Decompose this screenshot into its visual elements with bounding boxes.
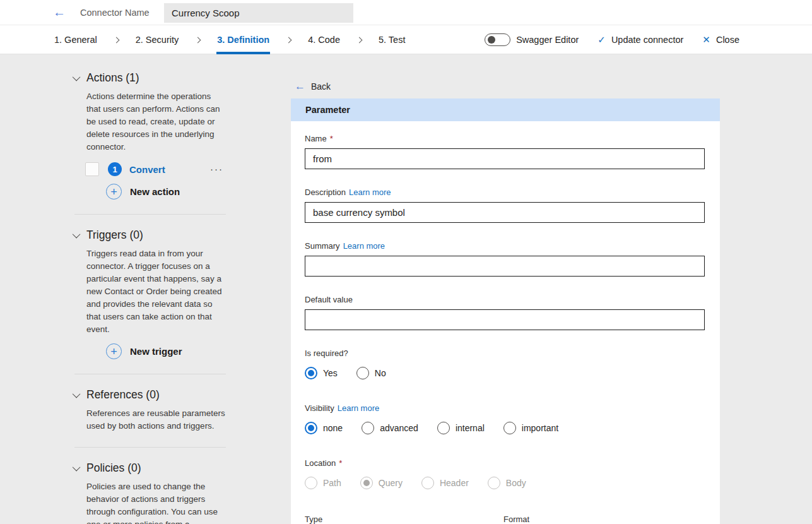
type-label: Type xyxy=(305,515,322,524)
visibility-option-none[interactable]: none xyxy=(305,422,343,434)
location-option-path: Path xyxy=(305,477,341,489)
default-value-label: Default value xyxy=(305,295,353,304)
chevron-down-icon xyxy=(73,230,81,239)
location-path-label: Path xyxy=(323,478,341,488)
plus-icon: + xyxy=(106,184,122,199)
new-action-button[interactable]: + New action xyxy=(106,184,226,199)
description-field-group: Description Learn more xyxy=(305,188,705,223)
radio-disabled-icon xyxy=(488,477,500,489)
tab-code[interactable]: 4. Code xyxy=(307,25,341,54)
summary-learn-more-link[interactable]: Learn more xyxy=(343,241,385,251)
back-icon: ← xyxy=(295,80,305,93)
new-trigger-label: New trigger xyxy=(130,346,182,357)
new-trigger-button[interactable]: + New trigger xyxy=(106,343,226,359)
summary-label: Summary xyxy=(305,241,340,251)
new-action-label: New action xyxy=(130,186,180,197)
back-label: Back xyxy=(311,81,331,92)
location-option-query: Query xyxy=(360,477,403,489)
location-group: Location * Path Query Header Bo xyxy=(305,458,705,489)
policies-section-header[interactable]: Policies (0) xyxy=(74,461,226,475)
references-section-title: References (0) xyxy=(86,388,160,402)
chevron-right-icon xyxy=(113,37,119,43)
chevron-right-icon xyxy=(356,37,363,43)
action-item-convert-row: 1 Convert ··· xyxy=(85,162,226,176)
actions-section-title: Actions (1) xyxy=(86,71,139,85)
swagger-editor-toggle[interactable] xyxy=(485,33,510,46)
required-asterisk: * xyxy=(339,458,342,468)
section-divider xyxy=(74,214,226,215)
tab-definition[interactable]: 3. Definition xyxy=(216,25,270,54)
location-option-body: Body xyxy=(488,477,526,489)
actions-section-header[interactable]: Actions (1) xyxy=(74,71,226,85)
section-divider xyxy=(74,374,226,374)
default-value-field-group: Default value xyxy=(305,295,705,330)
visibility-learn-more-link[interactable]: Learn more xyxy=(338,403,379,413)
is-required-option-yes[interactable]: Yes xyxy=(305,367,338,379)
parameter-panel-title: Parameter xyxy=(305,105,350,115)
action-item-convert[interactable]: Convert xyxy=(129,164,165,175)
ellipsis-menu-icon[interactable]: ··· xyxy=(210,166,223,172)
references-section-description: References are reusable parameters used … xyxy=(86,407,226,432)
close-button[interactable]: ✕ Close xyxy=(702,34,739,45)
policies-section-title: Policies (0) xyxy=(86,461,141,475)
check-icon: ✓ xyxy=(597,34,606,45)
radio-disabled-icon xyxy=(305,477,317,489)
chevron-right-icon xyxy=(286,37,292,43)
connector-name-input[interactable] xyxy=(164,3,353,23)
visibility-internal-label: internal xyxy=(456,423,485,433)
is-required-yes-label: Yes xyxy=(323,368,338,378)
description-learn-more-link[interactable]: Learn more xyxy=(349,188,391,197)
radio-icon xyxy=(437,422,450,434)
default-value-input[interactable] xyxy=(305,309,705,330)
visibility-group: Visibility Learn more none advanced inte… xyxy=(305,403,705,434)
toggle-knob-icon xyxy=(488,36,495,44)
is-required-option-no[interactable]: No xyxy=(356,367,386,379)
name-input[interactable] xyxy=(305,148,705,169)
location-option-header: Header xyxy=(421,477,469,489)
visibility-option-advanced[interactable]: advanced xyxy=(362,422,418,434)
tab-test[interactable]: 5. Test xyxy=(378,25,406,54)
required-asterisk: * xyxy=(330,134,333,143)
visibility-option-important[interactable]: important xyxy=(503,422,558,434)
location-header-label: Header xyxy=(440,478,469,488)
format-label: Format xyxy=(503,515,529,524)
tab-test-label: 5. Test xyxy=(379,35,405,45)
policies-section-description: Policies are used to change the behavior… xyxy=(86,480,226,524)
swagger-editor-label: Swagger Editor xyxy=(516,35,579,45)
tab-security-label: 2. Security xyxy=(136,35,179,45)
back-icon[interactable]: ← xyxy=(53,5,66,20)
update-connector-button[interactable]: ✓ Update connector xyxy=(597,34,683,45)
chevron-right-icon xyxy=(195,37,201,43)
location-body-label: Body xyxy=(506,478,526,488)
chevron-down-icon xyxy=(73,463,81,472)
chevron-down-icon xyxy=(73,390,81,398)
radio-icon xyxy=(356,367,369,379)
plus-icon: + xyxy=(106,343,122,359)
tab-code-label: 4. Code xyxy=(308,35,340,45)
parameter-back-button[interactable]: ← Back xyxy=(295,80,331,93)
visibility-none-label: none xyxy=(323,423,343,433)
top-bar: ← Connector Name xyxy=(0,0,812,25)
wizard-tab-bar: 1. General 2. Security 3. Definition 4. … xyxy=(0,25,812,54)
tab-security[interactable]: 2. Security xyxy=(135,25,180,54)
tab-general[interactable]: 1. General xyxy=(54,25,98,54)
tab-bar-actions: Swagger Editor ✓ Update connector ✕ Clos… xyxy=(485,25,739,54)
section-divider xyxy=(74,447,226,448)
description-label: Description xyxy=(305,188,346,197)
summary-input[interactable] xyxy=(305,256,705,277)
description-input[interactable] xyxy=(305,202,705,223)
visibility-label: Visibility xyxy=(305,403,334,413)
action-checkbox[interactable] xyxy=(85,162,99,176)
tab-definition-label: 3. Definition xyxy=(217,35,269,45)
radio-icon xyxy=(503,422,516,434)
visibility-option-internal[interactable]: internal xyxy=(437,422,485,434)
name-label: Name xyxy=(305,134,327,143)
tab-general-label: 1. General xyxy=(54,35,97,45)
definition-sidebar: Actions (1) Actions determine the operat… xyxy=(74,71,226,524)
radio-selected-icon xyxy=(305,367,317,379)
parameter-panel-header: Parameter xyxy=(291,98,720,121)
parameter-form: Name * Description Learn more Summary Le… xyxy=(291,121,720,524)
triggers-section-header[interactable]: Triggers (0) xyxy=(74,229,226,242)
references-section-header[interactable]: References (0) xyxy=(74,388,226,402)
radio-selected-icon xyxy=(305,422,317,434)
